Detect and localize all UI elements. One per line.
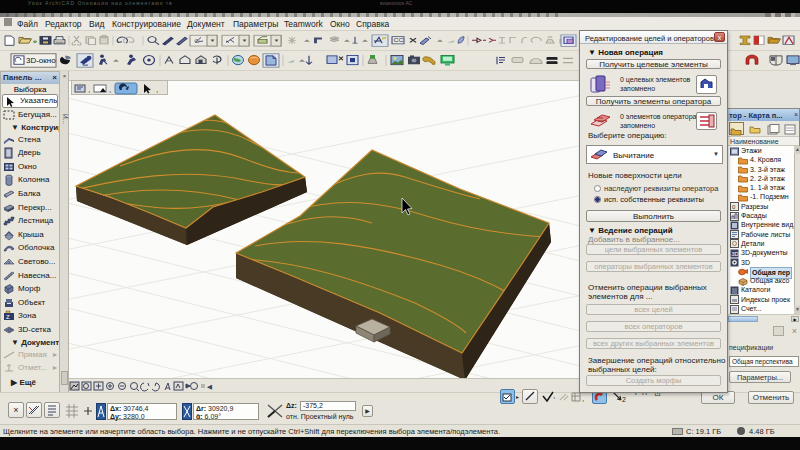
svg-text:,: , xyxy=(582,394,584,403)
svg-text:,: , xyxy=(88,85,90,94)
svg-text:,: , xyxy=(109,85,111,94)
svg-text:CC: CC xyxy=(394,37,405,43)
svg-text:▼: ▼ xyxy=(274,38,280,43)
svg-text:◂: ◂ xyxy=(208,383,212,390)
svg-text:3D-окно: 3D-окно xyxy=(26,57,56,65)
svg-text:▼: ▼ xyxy=(210,38,216,43)
svg-text:3D: 3D xyxy=(732,251,739,257)
svg-text:▼: ▼ xyxy=(242,38,248,43)
svg-text:,: , xyxy=(156,85,158,94)
svg-text:Z: Z xyxy=(6,314,10,320)
